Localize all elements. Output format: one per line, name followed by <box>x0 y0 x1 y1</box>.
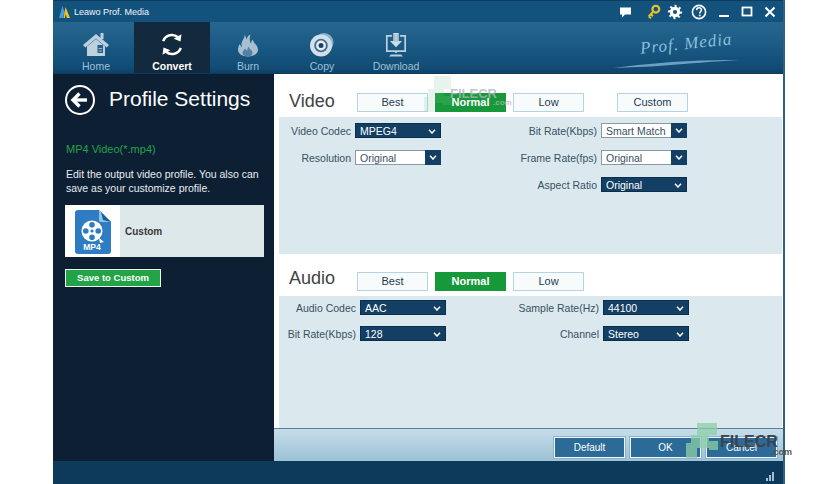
svg-text:MP4: MP4 <box>83 242 101 252</box>
